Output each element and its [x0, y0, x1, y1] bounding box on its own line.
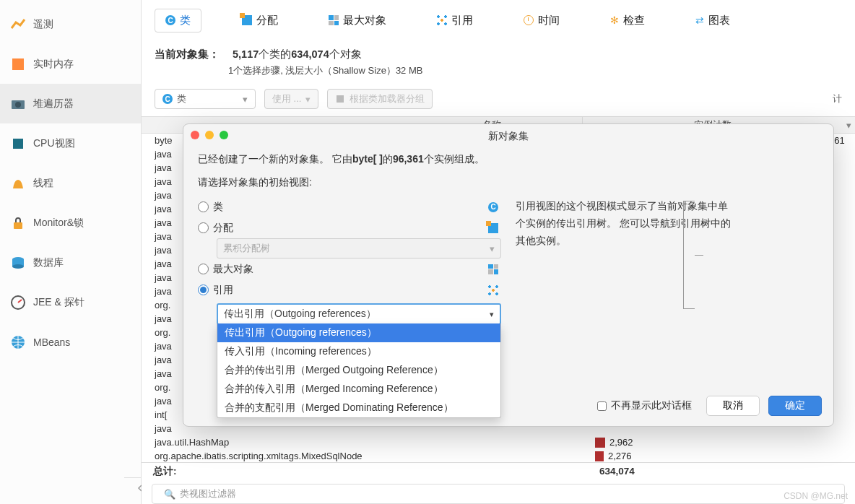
clock-icon — [524, 15, 534, 25]
new-objectset-dialog: 新对象集 已经创建了一个新的对象集。 它由byte[ ]的96,361个实例组成… — [183, 123, 834, 427]
svg-rect-10 — [337, 95, 344, 103]
sidebar-item-mbeans[interactable]: MBeans — [0, 322, 141, 362]
cpu-icon — [10, 136, 26, 152]
bracket-decoration — [683, 201, 695, 309]
sidebar-item-jee[interactable]: JEE & 探针 — [0, 282, 141, 322]
sidebar-item-label: 数据库 — [33, 256, 64, 269]
radio-ref[interactable]: 引用 — [198, 279, 501, 300]
chevron-down-icon: ▾ — [243, 94, 248, 105]
ref-type-select[interactable]: 传出引用（Outgoing references）▾ — [217, 303, 501, 325]
ref-option[interactable]: 合并的传入引用（Merged Incoming Reference） — [217, 380, 500, 399]
search-icon: 🔍 — [164, 489, 175, 500]
row-name: org.apache.ibatis.scripting.xmltags.Mixe… — [143, 451, 595, 461]
info-sub: 1个选择步骤, 浅层大小（Shallow Size）32 MB — [142, 63, 855, 84]
sidebar-item-label: 遥测 — [33, 18, 53, 31]
class-icon: C — [162, 94, 173, 104]
tabs: C类 分配 最大对象 引用 时间 ✻检查 ⇄图表 — [142, 0, 855, 43]
filter-bar[interactable]: 🔍 类视图过滤器 — [152, 484, 845, 504]
dialog-message: 已经创建了一个新的对象集。 它由byte[ ]的96,361个实例组成。 — [198, 153, 819, 166]
filter-placeholder: 类视图过滤器 — [180, 487, 236, 500]
view-description: 引用视图的这个视图模式显示了当前对象集中单个实例的传出引用树。 您可以导航到引用… — [516, 196, 732, 325]
livemem-icon — [10, 56, 26, 72]
probe-icon — [10, 295, 26, 310]
watermark: CSDN @MG.net — [784, 491, 848, 501]
info-bar: 当前对象集： 5,117个类的634,074个对象 — [142, 43, 855, 63]
sidebar-item-threads[interactable]: 线程 — [0, 163, 141, 203]
class-icon: C — [165, 15, 175, 25]
class-selector[interactable]: C类▾ — [155, 89, 256, 109]
tab-ref[interactable]: 引用 — [427, 9, 483, 32]
telemetry-icon — [10, 17, 26, 32]
tab-inspect[interactable]: ✻检查 — [600, 9, 655, 32]
tab-chart[interactable]: ⇄图表 — [685, 9, 740, 32]
loader-icon — [335, 94, 345, 104]
sidebar-item-monitor[interactable]: Monitor&锁 — [0, 203, 141, 243]
ref-option[interactable]: 传入引用（Incoming references） — [217, 342, 500, 361]
table-row[interactable]: org.apache.ibatis.scripting.xmltags.Mixe… — [143, 449, 855, 462]
chevron-down-icon: ▾ — [490, 310, 494, 319]
lock-icon — [10, 215, 26, 231]
toolbar: C类▾ 使用 ...▾ 根据类加载器分组 计 — [142, 84, 855, 116]
chart-icon: ⇄ — [695, 14, 704, 26]
biggest-icon — [488, 264, 498, 274]
sidebar-item-label: 线程 — [33, 177, 53, 190]
radio-biggest[interactable]: 最大对象 — [198, 258, 501, 279]
cancel-button[interactable]: 取消 — [706, 396, 760, 416]
sidebar-item-cpu[interactable]: CPU视图 — [0, 123, 141, 163]
ref-icon — [437, 15, 447, 25]
alloc-tree-select[interactable]: 累积分配树▾ — [217, 238, 501, 258]
chevron-down-icon: ▾ — [305, 94, 311, 105]
radio-alloc[interactable]: 分配 — [198, 217, 501, 238]
sidebar-item-label: Monitor&锁 — [33, 217, 84, 230]
dialog-title: 新对象集 — [183, 124, 833, 146]
gear-icon: ✻ — [610, 14, 619, 26]
sidebar-item-telemetry[interactable]: 遥测 — [0, 4, 141, 44]
svg-rect-0 — [12, 58, 24, 70]
class-icon: C — [488, 202, 498, 212]
dialog-subtitle: 请选择对象集的初始视图: — [198, 176, 819, 189]
camera-icon — [10, 96, 26, 112]
sidebar-item-label: JEE & 探针 — [33, 296, 84, 309]
totals-value: 634,074 — [595, 466, 855, 477]
database-icon — [10, 255, 26, 271]
calc-label: 计 — [833, 92, 842, 105]
radio-class[interactable]: 类C — [198, 196, 501, 217]
biggest-icon — [329, 15, 339, 25]
ref-icon — [488, 285, 498, 295]
dont-show-checkbox[interactable]: 不再显示此对话框 — [597, 399, 692, 412]
ref-option[interactable]: 合并的传出引用（Merged Outgoing Reference） — [217, 361, 500, 380]
row-count: 2,276 — [595, 451, 855, 461]
sidebar-item-heapwalker[interactable]: 堆遍历器 — [0, 84, 141, 123]
totals-row: 总计: 634,074 — [142, 462, 855, 479]
alloc-icon — [242, 15, 252, 25]
svg-rect-3 — [13, 139, 23, 149]
sidebar-item-livemem[interactable]: 实时内存 — [0, 44, 141, 84]
svg-rect-4 — [14, 222, 22, 229]
sort-caret-icon[interactable]: ▾ — [842, 120, 855, 131]
use-button[interactable]: 使用 ...▾ — [264, 89, 318, 109]
sidebar: 遥测 实时内存 堆遍历器 CPU视图 线程 Monitor&锁 数据库 JEE … — [0, 0, 142, 504]
tab-alloc[interactable]: 分配 — [232, 9, 288, 32]
sidebar-item-label: CPU视图 — [33, 137, 75, 150]
table-row[interactable]: java.util.HashMap2,962 — [143, 435, 855, 449]
totals-label: 总计: — [142, 465, 595, 478]
sidebar-item-database[interactable]: 数据库 — [0, 243, 141, 282]
globe-icon — [10, 334, 26, 350]
ref-option[interactable]: 合并的支配引用（Merged Dominating Reference） — [217, 399, 500, 417]
current-set-label: 当前对象集： — [155, 48, 220, 61]
ref-type-options: 传出引用（Outgoing references）传入引用（Incoming r… — [217, 323, 501, 418]
ref-option[interactable]: 传出引用（Outgoing references） — [217, 323, 500, 342]
bracket-handle — [695, 255, 703, 256]
svg-point-2 — [15, 102, 21, 108]
tab-time[interactable]: 时间 — [513, 9, 570, 32]
tab-class[interactable]: C类 — [155, 9, 201, 32]
tab-biggest[interactable]: 最大对象 — [318, 9, 396, 32]
threads-icon — [10, 175, 26, 191]
sidebar-item-label: 实时内存 — [33, 58, 74, 71]
row-count: 2,962 — [595, 437, 855, 448]
ok-button[interactable]: 确定 — [768, 396, 822, 416]
info-summary: 5,117个类的634,074个对象 — [233, 48, 362, 61]
sidebar-item-label: 堆遍历器 — [33, 97, 74, 110]
group-button[interactable]: 根据类加载器分组 — [327, 89, 433, 109]
svg-point-7 — [12, 264, 24, 269]
